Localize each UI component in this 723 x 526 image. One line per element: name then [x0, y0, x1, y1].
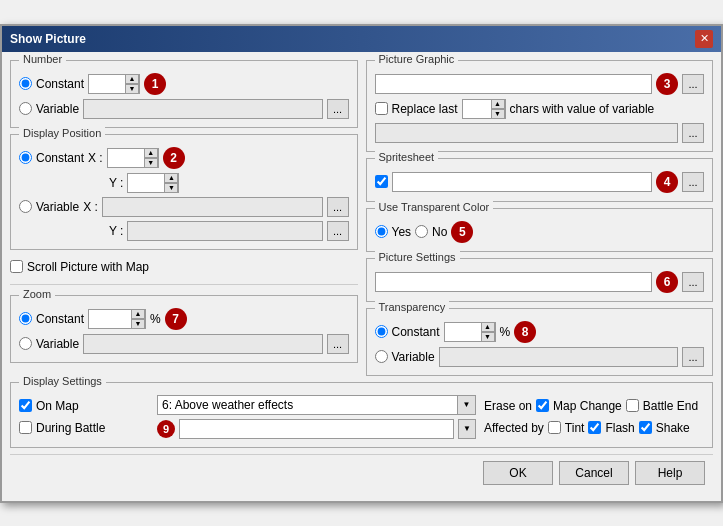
- y-spin-down[interactable]: ▼: [164, 183, 178, 193]
- tint-checkbox[interactable]: [548, 421, 561, 434]
- position-variable-radio[interactable]: [19, 200, 32, 213]
- spritesheet-value-input[interactable]: 4 x 3, Anim. interval 6, Loop: [392, 172, 653, 192]
- during-battle-checkbox[interactable]: [19, 421, 32, 434]
- zoom-spin-up[interactable]: ▲: [131, 309, 145, 319]
- replace-last-checkbox[interactable]: [375, 102, 388, 115]
- help-button[interactable]: Help: [635, 461, 705, 485]
- zoom-variable-label: Variable: [36, 337, 79, 351]
- transparency-variable-radio[interactable]: [375, 350, 388, 363]
- number-variable-radio[interactable]: [19, 102, 32, 115]
- bottom-bar: OK Cancel Help: [10, 454, 713, 493]
- spritesheet-title: Spritesheet: [375, 151, 439, 163]
- tint-label: Tint: [565, 421, 585, 435]
- number-constant-label: Constant: [36, 77, 84, 91]
- picture-settings-title: Picture Settings: [375, 251, 460, 263]
- badge-6: 6: [656, 271, 678, 293]
- replace-last-label: Replace last: [392, 102, 458, 116]
- y-var-label: Y :: [109, 224, 123, 238]
- transparent-no-label: No: [432, 225, 447, 239]
- y-spin-up[interactable]: ▲: [164, 173, 178, 183]
- position-y-dots[interactable]: ...: [327, 221, 349, 241]
- chars-spin-down[interactable]: ▼: [491, 109, 505, 119]
- transparency-spin-up[interactable]: ▲: [481, 322, 495, 332]
- chars-spin-up[interactable]: ▲: [491, 99, 505, 109]
- transparent-color-group: Use Transparent Color Yes No 5: [366, 208, 714, 252]
- shake-checkbox[interactable]: [639, 421, 652, 434]
- during-battle-label: During Battle: [36, 421, 105, 435]
- spritesheet-dots[interactable]: ...: [682, 172, 704, 192]
- on-map-dropdown[interactable]: 6: Above weather effects ▼: [157, 395, 476, 415]
- x-spin-up[interactable]: ▲: [144, 148, 158, 158]
- picture-settings-dots[interactable]: ...: [682, 272, 704, 292]
- scroll-row: Scroll Picture with Map: [10, 260, 358, 274]
- picture-graphic-input[interactable]: ghostSheet: [375, 74, 653, 94]
- cancel-button[interactable]: Cancel: [559, 461, 629, 485]
- on-map-checkbox[interactable]: [19, 399, 32, 412]
- scroll-checkbox[interactable]: [10, 260, 23, 273]
- y-spin: 120 ▲ ▼: [127, 173, 179, 193]
- picture-graphic-dots[interactable]: ...: [682, 74, 704, 94]
- transparent-no-radio[interactable]: [415, 225, 428, 238]
- position-constant-radio[interactable]: [19, 151, 32, 164]
- position-x-dots[interactable]: ...: [327, 197, 349, 217]
- zoom-variable-dots[interactable]: ...: [327, 334, 349, 354]
- transparency-group: Transparency Constant 0 ▲ ▼ % 8: [366, 308, 714, 376]
- number-variable-input[interactable]: [83, 99, 322, 119]
- zoom-spin-down[interactable]: ▼: [131, 319, 145, 329]
- x-value-input[interactable]: 160: [108, 149, 144, 167]
- zoom-constant-radio[interactable]: [19, 312, 32, 325]
- number-constant-radio[interactable]: [19, 77, 32, 90]
- shake-label: Shake: [656, 421, 690, 435]
- transparent-yes-radio[interactable]: [375, 225, 388, 238]
- position-variable-label: Variable: [36, 200, 79, 214]
- zoom-spin: 100 ▲ ▼: [88, 309, 146, 329]
- dropdown-arrow-1[interactable]: ▼: [457, 396, 475, 414]
- title-bar: Show Picture ✕: [2, 26, 721, 52]
- picture-settings-input[interactable]: Color (100,100,100,100): [375, 272, 653, 292]
- zoom-variable-radio[interactable]: [19, 337, 32, 350]
- variable-dots[interactable]: ...: [682, 123, 704, 143]
- ok-button[interactable]: OK: [483, 461, 553, 485]
- variable-input[interactable]: [375, 123, 679, 143]
- zoom-value-input[interactable]: 100: [89, 310, 131, 328]
- transparency-constant-label: Constant: [392, 325, 440, 339]
- y-value-input[interactable]: 120: [128, 174, 164, 192]
- badge-9: 9: [157, 420, 175, 438]
- affected-by-label: Affected by: [484, 421, 544, 435]
- spritesheet-checkbox[interactable]: [375, 175, 388, 188]
- badge-5: 5: [451, 221, 473, 243]
- position-y-variable-input[interactable]: [127, 221, 322, 241]
- chars-spin-input[interactable]: [463, 100, 491, 118]
- transparency-percent-label: %: [500, 325, 511, 339]
- badge-7: 7: [165, 308, 187, 330]
- battle-end-checkbox[interactable]: [626, 399, 639, 412]
- number-value-input[interactable]: 1: [89, 75, 125, 93]
- transparency-spin-down[interactable]: ▼: [481, 332, 495, 342]
- on-map-dropdown-text: 6: Above weather effects: [158, 398, 457, 412]
- flash-label: Flash: [605, 421, 634, 435]
- transparency-title: Transparency: [375, 301, 450, 313]
- close-button[interactable]: ✕: [695, 30, 713, 48]
- number-spin-down[interactable]: ▼: [125, 84, 139, 94]
- transparency-variable-input[interactable]: [439, 347, 678, 367]
- position-constant-label: Constant: [36, 151, 84, 165]
- zoom-variable-input[interactable]: [83, 334, 322, 354]
- during-battle-input[interactable]: [179, 419, 454, 439]
- badge-1: 1: [144, 73, 166, 95]
- transparency-constant-radio[interactable]: [375, 325, 388, 338]
- position-x-variable-input[interactable]: [102, 197, 323, 217]
- number-group: Number Constant 1 ▲ ▼ 1: [10, 60, 358, 128]
- number-variable-dots[interactable]: ...: [327, 99, 349, 119]
- flash-checkbox[interactable]: [588, 421, 601, 434]
- number-variable-label: Variable: [36, 102, 79, 116]
- number-spin-up[interactable]: ▲: [125, 74, 139, 84]
- dropdown-arrow-2[interactable]: ▼: [458, 419, 476, 439]
- scroll-label: Scroll Picture with Map: [27, 260, 149, 274]
- show-picture-dialog: Show Picture ✕ Number Constant 1 ▲: [0, 24, 723, 503]
- x-spin-down[interactable]: ▼: [144, 158, 158, 168]
- transparency-variable-dots[interactable]: ...: [682, 347, 704, 367]
- transparency-value-input[interactable]: 0: [445, 323, 481, 341]
- map-change-checkbox[interactable]: [536, 399, 549, 412]
- display-position-group: Display Position Constant X : 160 ▲ ▼: [10, 134, 358, 250]
- zoom-title: Zoom: [19, 288, 55, 300]
